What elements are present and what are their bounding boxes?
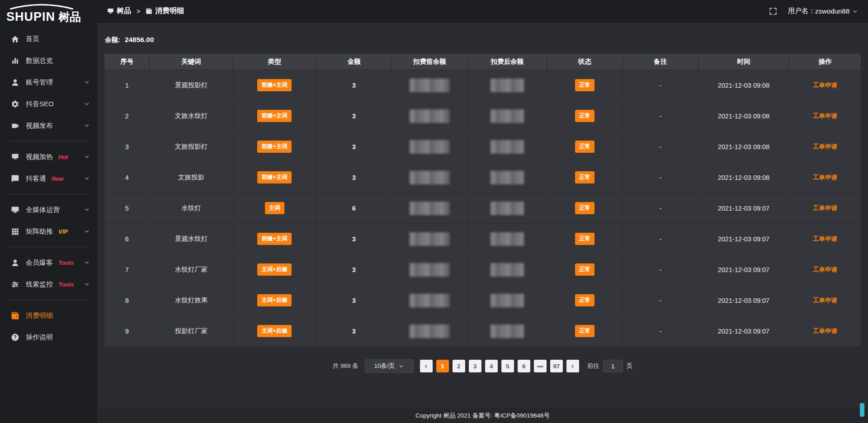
column-header: 状态 (547, 54, 623, 70)
prev-page-button[interactable] (420, 360, 433, 372)
cell-remark: - (623, 132, 698, 162)
sidebar-item-media-operation[interactable]: 全媒体运营 (0, 199, 97, 221)
pagination: 共 969 条 10条/页 123456•••97 前往 页 (97, 359, 868, 373)
table-row: 1景观投影灯前缀+主词3正常-2021-12-03 09:08工单申请 (104, 70, 861, 101)
column-header: 扣费后余额 (467, 54, 547, 70)
blurred-value (491, 171, 524, 184)
breadcrumb-item-home[interactable]: 树品 (117, 6, 131, 16)
status-badge: 正常 (575, 202, 594, 214)
blurred-value (410, 79, 449, 92)
status-badge: 正常 (575, 141, 594, 153)
cell-keyword: 景观水纹灯 (150, 224, 233, 254)
cell-index: 1 (104, 70, 150, 101)
page-ellipsis[interactable]: ••• (534, 360, 547, 372)
blurred-value (410, 263, 449, 277)
cell-remark: - (623, 193, 698, 224)
main-content: 余额: 24856.00 序号关键词类型金额扣费前余额扣费后余额状态备注时间操作… (97, 23, 868, 423)
sidebar-item-member-burst[interactable]: 会员爆客Tools (0, 252, 97, 273)
blurred-value (491, 140, 524, 154)
type-badge: 前缀+主词 (257, 110, 291, 122)
sidebar-item-label: 矩阵助推 (26, 227, 53, 236)
work-order-link[interactable]: 工单申请 (813, 113, 837, 119)
table-row: 4文旅投影前缀+主词3正常-2021-12-03 09:08工单申请 (104, 162, 861, 193)
cell-index: 5 (104, 193, 150, 224)
work-order-link[interactable]: 工单申请 (813, 297, 837, 304)
table-row: 8水纹灯效果主词+后缀3正常-2021-12-03 09:07工单申请 (104, 285, 861, 316)
cell-time: 2021-12-03 09:08 (698, 101, 789, 132)
cell-post-balance (467, 101, 547, 132)
work-order-link[interactable]: 工单申请 (813, 235, 837, 242)
sidebar-item-douyin-seo[interactable]: 抖音SEO (0, 93, 97, 115)
type-badge: 主词+后缀 (257, 294, 291, 306)
cell-status: 正常 (547, 224, 623, 254)
sidebar-item-help[interactable]: 操作说明 (0, 326, 97, 348)
sidebar-item-home[interactable]: 首页 (0, 28, 97, 50)
chevron-down-icon (84, 122, 90, 129)
app-logo[interactable]: SHUPIN 树品 (0, 0, 97, 28)
cell-action: 工单申请 (789, 193, 861, 224)
topbar: 树品 > 消费明细 用户名： zswodun88 (97, 0, 868, 23)
sidebar-item-label: 视频加热 (26, 153, 53, 161)
username-value: zswodun88 (815, 7, 849, 15)
sidebar-item-consume-detail[interactable]: 消费明细 (0, 305, 97, 326)
blurred-value (410, 171, 449, 184)
sidebar-item-label: 数据总览 (26, 56, 53, 65)
side-widget[interactable] (860, 403, 864, 417)
blurred-value (491, 109, 524, 123)
fullscreen-icon[interactable] (769, 7, 777, 15)
cell-post-balance (467, 193, 547, 224)
page-button-2[interactable]: 2 (453, 360, 465, 372)
status-badge: 正常 (575, 263, 594, 276)
status-badge: 正常 (575, 294, 594, 306)
cell-type: 主词+后缀 (233, 285, 316, 316)
sidebar-item-video-publish[interactable]: 视频发布 (0, 115, 97, 136)
user-menu[interactable]: 用户名： zswodun88 (788, 7, 858, 15)
work-order-link[interactable]: 工单申请 (813, 143, 837, 150)
page-button-1[interactable]: 1 (436, 360, 449, 372)
next-page-button[interactable] (566, 360, 579, 372)
chevron-down-icon (84, 154, 90, 160)
cell-pre-balance (392, 101, 467, 132)
cell-remark: - (623, 70, 698, 101)
work-order-link[interactable]: 工单申请 (813, 82, 837, 89)
status-badge: 正常 (575, 171, 594, 183)
blurred-value (491, 324, 524, 338)
sidebar-item-label: 抖音SEO (26, 100, 54, 108)
work-order-link[interactable]: 工单申请 (813, 328, 837, 334)
page-button-3[interactable]: 3 (469, 360, 481, 372)
work-order-link[interactable]: 工单申请 (813, 174, 837, 181)
page-button-4[interactable]: 4 (485, 360, 498, 372)
goto-label: 前往 (587, 362, 599, 370)
question-icon (11, 333, 19, 342)
bar-chart-icon (11, 56, 19, 65)
sidebar-item-douketong[interactable]: 抖客通New (0, 168, 97, 189)
sidebar-item-badge: VIP (58, 228, 68, 235)
work-order-link[interactable]: 工单申请 (813, 266, 837, 273)
cell-remark: - (623, 162, 698, 193)
cell-amount: 3 (316, 70, 392, 101)
type-badge: 前缀+主词 (257, 233, 291, 245)
column-header: 金额 (316, 54, 392, 70)
cell-amount: 3 (316, 224, 392, 254)
page-button-6[interactable]: 6 (518, 360, 530, 372)
sidebar-item-clue-monitor[interactable]: 线索监控Tools (0, 273, 97, 295)
cell-keyword: 投影灯厂家 (150, 316, 233, 347)
sidebar-item-account-manage[interactable]: 账号管理 (0, 71, 97, 93)
type-badge: 主词+后缀 (257, 263, 291, 276)
blurred-value (410, 324, 449, 338)
total-count: 共 969 条 (333, 362, 359, 370)
sidebar-item-matrix-boost[interactable]: 矩阵助推VIP (0, 221, 97, 242)
page-button-97[interactable]: 97 (550, 360, 563, 372)
cell-time: 2021-12-03 09:07 (698, 224, 789, 254)
page-button-5[interactable]: 5 (501, 360, 514, 372)
sidebar-item-data-overview[interactable]: 数据总览 (0, 50, 97, 71)
cell-amount: 3 (316, 254, 392, 285)
cell-type: 主词+后缀 (233, 254, 316, 285)
sidebar-item-video-heat[interactable]: 视频加热Hot (0, 146, 97, 168)
sidebar-item-label: 线索监控 (26, 280, 53, 289)
work-order-link[interactable]: 工单申请 (813, 205, 837, 212)
goto-page-input[interactable] (603, 360, 623, 372)
chevron-down-icon (398, 363, 404, 369)
page-size-select[interactable]: 10条/页 (365, 359, 414, 373)
cell-index: 2 (104, 101, 150, 132)
